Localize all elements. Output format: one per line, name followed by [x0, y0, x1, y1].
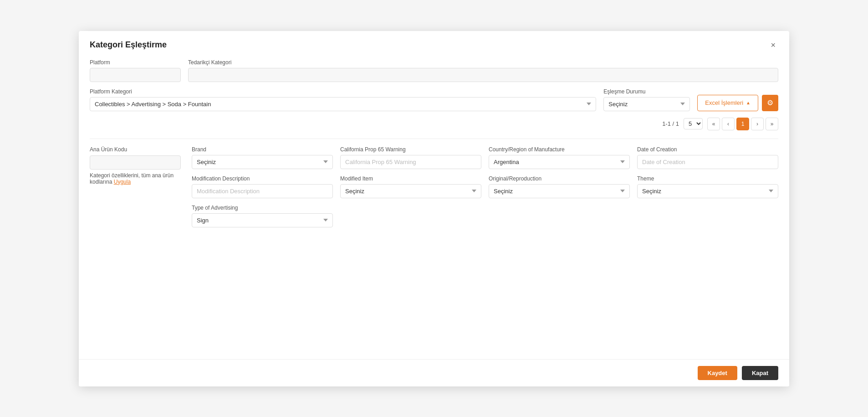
type-advertising-group: Type of Advertising Sign	[192, 205, 333, 227]
esleme-label: Eşleşme Durumu	[603, 88, 690, 95]
gear-icon: ⚙	[767, 98, 773, 107]
gear-button[interactable]: ⚙	[762, 95, 778, 111]
date-creation-input[interactable]	[637, 155, 778, 169]
excel-button-label: Excel İşlemleri	[705, 99, 743, 106]
modal-close-button[interactable]: ×	[768, 40, 778, 50]
date-creation-group: Date of Creation	[637, 146, 778, 169]
tedarikci-group: Tedarikçi Kategori Ev Tekstili > Halı	[188, 59, 778, 82]
product-left-panel: Ana Ürün Kodu HMNT42 Kategori özellikler…	[90, 146, 181, 185]
apply-description: Kategori özelliklerini, tüm ana ürün kod…	[90, 172, 174, 185]
platform-kategori-label: Platform Kategori	[90, 88, 596, 95]
next-page-button[interactable]: ›	[751, 118, 764, 130]
modified-item-select[interactable]: Seçiniz	[340, 184, 481, 198]
modified-item-label: Modified Item	[340, 175, 481, 182]
brand-select[interactable]: Seçiniz	[192, 155, 333, 169]
esleme-select[interactable]: Seçiniz	[603, 97, 690, 111]
country-region-label: Country/Region of Manufacture	[489, 146, 630, 153]
modal-footer: Kaydet Kapat	[79, 359, 789, 386]
apply-text-container: Kategori özelliklerini, tüm ana ürün kod…	[90, 172, 181, 185]
close-button[interactable]: Kapat	[742, 366, 778, 380]
modal-header: Kategori Eşleştirme ×	[90, 40, 778, 50]
platform-group: Platform Ebay US(Amerika Birleşik Devlet…	[90, 59, 181, 82]
platform-kategori-select[interactable]: Collectibles > Advertising > Soda > Foun…	[90, 97, 596, 111]
fields-grid: Brand Seçiniz California Prop 65 Warning…	[192, 146, 778, 227]
platform-input: Ebay US(Amerika Birleşik Devletleri)	[90, 68, 181, 82]
brand-label: Brand	[192, 146, 333, 153]
country-region-select[interactable]: Argentina	[489, 155, 630, 169]
prev-page-button[interactable]: ‹	[722, 118, 735, 130]
type-advertising-label: Type of Advertising	[192, 205, 333, 211]
modal-container: Kategori Eşleştirme × Platform Ebay US(A…	[79, 31, 789, 386]
modification-desc-group: Modification Description	[192, 175, 333, 198]
california-prop-input[interactable]	[340, 155, 481, 169]
modification-desc-label: Modification Description	[192, 175, 333, 182]
pagination-info: 1-1 / 1	[662, 120, 679, 127]
second-form-row: Platform Kategori Collectibles > Adverti…	[90, 88, 778, 111]
theme-select[interactable]: Seçiniz	[637, 184, 778, 198]
page-size-select[interactable]: 5	[684, 118, 703, 129]
brand-group: Brand Seçiniz	[192, 146, 333, 169]
esleme-group: Eşleşme Durumu Seçiniz	[603, 88, 690, 111]
current-page-button[interactable]: 1	[736, 118, 749, 130]
top-form-row: Platform Ebay US(Amerika Birleşik Devlet…	[90, 59, 778, 82]
apply-link[interactable]: Uygula	[114, 179, 131, 185]
product-right-panel: Brand Seçiniz California Prop 65 Warning…	[192, 146, 778, 227]
theme-label: Theme	[637, 175, 778, 182]
platform-label: Platform	[90, 59, 181, 66]
platform-kategori-group: Platform Kategori Collectibles > Adverti…	[90, 88, 596, 111]
first-page-button[interactable]: «	[707, 118, 720, 130]
tedarikci-input: Ev Tekstili > Halı	[188, 68, 778, 82]
pagination-bar: 1-1 / 1 5 « ‹ 1 › »	[90, 118, 778, 130]
original-reproduction-select[interactable]: Seçiniz	[489, 184, 630, 198]
excel-button[interactable]: Excel İşlemleri ▲	[697, 95, 758, 111]
type-advertising-select[interactable]: Sign	[192, 213, 333, 227]
tedarikci-label: Tedarikçi Kategori	[188, 59, 778, 66]
modified-item-group: Modified Item Seçiniz	[340, 175, 481, 198]
modal-title: Kategori Eşleştirme	[90, 40, 167, 50]
theme-group: Theme Seçiniz	[637, 175, 778, 198]
last-page-button[interactable]: »	[766, 118, 778, 130]
chevron-up-icon: ▲	[746, 100, 751, 105]
original-reproduction-label: Original/Reproduction	[489, 175, 630, 182]
section-divider	[90, 139, 778, 139]
product-code-input[interactable]: HMNT42	[90, 155, 181, 170]
product-code-label: Ana Ürün Kodu	[90, 146, 181, 153]
original-reproduction-group: Original/Reproduction Seçiniz	[489, 175, 630, 198]
product-section: Ana Ürün Kodu HMNT42 Kategori özellikler…	[90, 146, 778, 227]
save-button[interactable]: Kaydet	[698, 366, 737, 380]
excel-actions: Excel İşlemleri ▲ ⚙	[697, 95, 778, 111]
california-prop-group: California Prop 65 Warning	[340, 146, 481, 169]
modification-desc-input[interactable]	[192, 184, 333, 198]
california-prop-label: California Prop 65 Warning	[340, 146, 481, 153]
country-region-group: Country/Region of Manufacture Argentina	[489, 146, 630, 169]
date-creation-label: Date of Creation	[637, 146, 778, 153]
